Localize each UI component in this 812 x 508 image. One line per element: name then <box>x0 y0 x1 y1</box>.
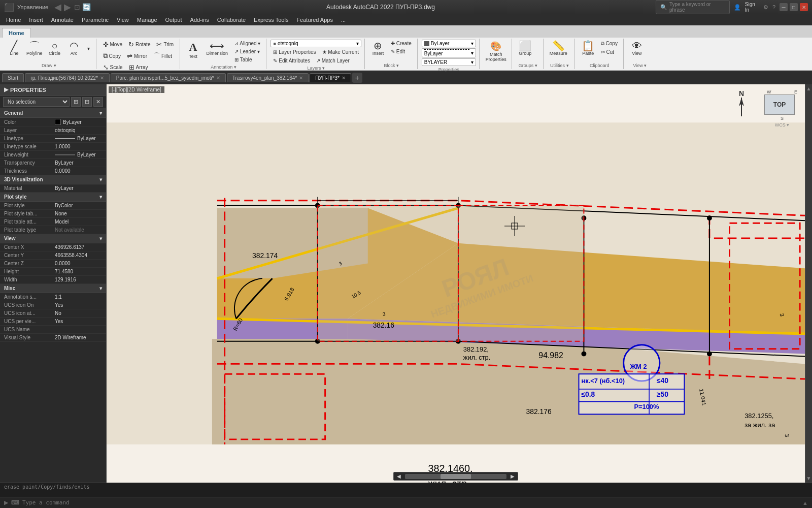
clipboard-copy-button[interactable]: ⧉ Copy <box>598 40 620 48</box>
prop-plot-style-tab: Plot style tab... None <box>0 210 106 218</box>
menu-insert[interactable]: Insert <box>25 16 47 24</box>
menu-add-ins[interactable]: Add-ins <box>186 16 213 24</box>
prop-plot-table-att: Plot table att... Model <box>0 218 106 226</box>
select-toggle-2[interactable]: ⊟ <box>82 97 92 107</box>
edit-attributes-button[interactable]: ✎ Edit Attributes <box>270 57 312 65</box>
scale-button[interactable]: ⤡Scale <box>100 62 125 72</box>
minimize-button[interactable]: ─ <box>780 3 788 11</box>
mirror-button[interactable]: ⇌Mirror <box>124 51 150 61</box>
rotate-button[interactable]: ↻Rotate <box>126 40 153 49</box>
close-button[interactable]: ✕ <box>800 3 808 11</box>
tab-close-plovdiv[interactable]: ✕ <box>100 75 104 81</box>
view-cube[interactable]: WE TOP S WCS ▾ <box>764 89 800 128</box>
horizontal-scrollbar[interactable]: ◀ ▶ <box>393 472 518 481</box>
view-button[interactable]: 👁 View <box>628 40 646 57</box>
menu-featured-apps[interactable]: Featured Apps <box>292 16 337 24</box>
view-section-header[interactable]: View▾ <box>0 234 106 243</box>
match-layer-button[interactable]: ↗ Match Layer <box>314 57 352 65</box>
view-cube-top[interactable]: TOP <box>764 94 795 115</box>
menu-more[interactable]: ... <box>337 16 350 24</box>
fillet-button[interactable]: ⌒Fillet <box>151 50 175 61</box>
layer-dropdown[interactable]: ■ otstoqniq ▾ <box>270 40 361 47</box>
viz3d-section-header[interactable]: 3D Visualization▾ <box>0 175 106 184</box>
color-dropdown[interactable]: ByLayer▾ <box>422 40 476 47</box>
doc-tab-start[interactable]: Start <box>2 73 24 82</box>
polyline-button[interactable]: ⌒ Polyline <box>24 40 45 57</box>
svg-text:N: N <box>739 89 744 98</box>
linetype-dropdown[interactable]: ByLayer▾ <box>422 48 476 57</box>
label-382176: 382.176 <box>526 407 552 416</box>
prop-ucs-icon-at: UCS icon at... No <box>0 309 106 318</box>
dimension-button[interactable]: ⟷ Dimension <box>205 40 230 57</box>
ribbon-tabs: Home <box>0 25 812 38</box>
menu-collaborate[interactable]: Collaborate <box>213 16 250 24</box>
doc-tab-pup[interactable]: ПУП-ПРЗ* ✕ <box>310 73 351 82</box>
group-button[interactable]: ⬜ Group <box>516 40 534 57</box>
menu-home[interactable]: Home <box>2 16 25 24</box>
misc-section-header[interactable]: Misc▾ <box>0 284 106 293</box>
doc-tab-trasirovy[interactable]: Trasirovy4en_plan_382.164* ✕ <box>227 73 309 82</box>
lineweight-dropdown[interactable]: BYLAYER▾ <box>422 58 476 66</box>
selection-selector: No selection ⊞ ⊟ ✕ <box>0 96 106 109</box>
edit-button[interactable]: ✎ Edit <box>388 48 414 55</box>
move-button[interactable]: ✜Move <box>100 40 125 49</box>
menu-annotate[interactable]: Annotate <box>47 16 78 24</box>
prop-ucs-name: UCS Name <box>0 326 106 334</box>
title-bar: ⬛ Управление ◀ ▶ ⊡ 🔄 Autodesk AutoCAD 20… <box>0 0 812 14</box>
layer-properties-button[interactable]: ⊞ Layer Properties <box>270 48 318 56</box>
aligned-button[interactable]: ⊿ Aligned ▾ <box>232 40 263 47</box>
doc-tab-parc[interactable]: Parc. plan transport...5_bez_sysedni_imo… <box>111 73 226 82</box>
cut-button[interactable]: ✂ Cut <box>598 48 620 56</box>
menu-output[interactable]: Output <box>161 16 186 24</box>
selection-dropdown[interactable]: No selection <box>3 97 70 107</box>
tab-close-pup[interactable]: ✕ <box>342 75 346 81</box>
create-button[interactable]: ✚ Create <box>388 40 414 47</box>
command-line: erase paint/Copy/finds/exits ▶ ⌨ ▲ <box>0 483 812 508</box>
title-left: Управление <box>17 4 48 10</box>
search-box[interactable]: 🔍 Type a keyword or phrase <box>656 0 730 14</box>
arc-button[interactable]: ◠ Arc <box>65 40 83 57</box>
new-tab-button[interactable]: + <box>352 73 362 83</box>
menu-express-tools[interactable]: Express Tools <box>250 16 292 24</box>
menu-parametric[interactable]: Parametric <box>78 16 113 24</box>
make-current-button[interactable]: ★ Make Current <box>320 48 361 56</box>
compass: N <box>729 88 759 119</box>
leader-button[interactable]: ↗ Leader ▾ <box>232 48 263 55</box>
prop-center-z: Center Z 0.0000 <box>0 260 106 268</box>
sign-in[interactable]: Sign In <box>745 2 759 13</box>
menu-view[interactable]: View <box>113 16 133 24</box>
label-382192: 382.192, <box>463 345 489 353</box>
ribbon-tab-home[interactable]: Home <box>2 28 31 38</box>
dot-8 <box>707 352 712 357</box>
trim-button[interactable]: ✂Trim <box>154 40 176 49</box>
paste-button[interactable]: 📋 Paste <box>579 40 597 57</box>
insert-button[interactable]: ⊕ Insert <box>369 40 387 57</box>
label-40: ≤40 <box>657 376 668 385</box>
ribbon-group-view: 👁 View View ▾ <box>625 39 655 69</box>
doc-tab-plovdiv[interactable]: гр. Пловдив(56784) 10.2022* ✕ <box>25 73 110 82</box>
viewport[interactable]: [-][Top][2D Wireframe] <box>107 84 805 483</box>
select-toggle-3[interactable]: ✕ <box>93 97 103 107</box>
map-canvas: 382.174 382.16 94.982 382.192, жил. стр.… <box>107 84 805 483</box>
text-button[interactable]: A Text <box>184 40 202 60</box>
match-properties-button[interactable]: 🎨 MatchProperties <box>484 40 509 63</box>
copy-button[interactable]: ⧉Copy <box>100 51 123 61</box>
maximize-button[interactable]: □ <box>790 3 798 11</box>
line-button[interactable]: ╱ Line <box>5 40 23 57</box>
array-button[interactable]: ⊞Array <box>126 62 151 72</box>
vertical-scrollbar[interactable]: ▲ ▼ <box>805 84 812 483</box>
properties-panel: ▶ PROPERTIES No selection ⊞ ⊟ ✕ General▾… <box>0 84 107 483</box>
general-section-header[interactable]: General▾ <box>0 109 106 118</box>
table-button[interactable]: ⊞ Table <box>232 56 263 64</box>
draw-more-button[interactable]: ▾ <box>85 45 92 52</box>
viewport-label: [-][Top][2D Wireframe] <box>109 86 164 93</box>
plot-style-section-header[interactable]: Plot style▾ <box>0 193 106 202</box>
menu-manage[interactable]: Manage <box>133 16 161 24</box>
command-input[interactable] <box>22 499 799 506</box>
select-toggle-1[interactable]: ⊞ <box>71 97 81 107</box>
label-za-zhil: за жил. за <box>745 421 775 429</box>
tab-close-parc[interactable]: ✕ <box>216 75 220 81</box>
circle-button[interactable]: ○ Circle <box>46 40 64 57</box>
tab-close-trasirovy[interactable]: ✕ <box>299 75 303 81</box>
measure-button[interactable]: 📏 Measure <box>548 40 569 57</box>
